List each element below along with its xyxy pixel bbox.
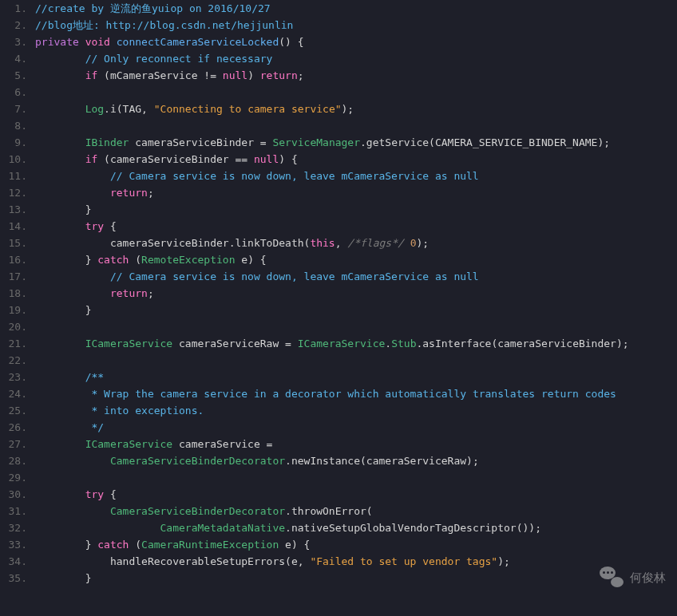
code-line: CameraServiceBinderDecorator.newInstance…	[35, 452, 677, 469]
code-line	[35, 117, 677, 134]
token: e) {	[235, 254, 266, 266]
token	[35, 287, 110, 299]
line-number: 24.	[0, 385, 27, 402]
line-number: 18.	[0, 285, 27, 302]
token: try	[85, 488, 104, 500]
line-number-gutter: 1.2.3.4.5.6.7.8.9.10.11.12.13.14.15.16.1…	[0, 0, 35, 616]
code-line: try {	[35, 218, 677, 235]
token: null	[223, 69, 247, 81]
token: cameraServiceRaw =	[172, 338, 298, 349]
token	[35, 438, 85, 450]
code-line: // Only reconnect if necessary	[35, 50, 677, 67]
token: CameraServiceBinderDecorator	[110, 455, 285, 467]
line-number: 22.	[0, 352, 27, 369]
watermark-text: 何俊林	[630, 569, 666, 586]
token: ICameraService	[85, 438, 173, 450]
code-line	[35, 469, 677, 486]
token: //blog地址: http://blog.csdn.net/hejjunlin	[35, 19, 293, 31]
token	[35, 522, 160, 534]
token: cameraServiceBinder.linkToDeath(	[35, 237, 310, 249]
token: ICameraService	[298, 338, 386, 349]
code-line	[35, 352, 677, 369]
token	[35, 153, 85, 165]
token	[35, 321, 42, 333]
token	[35, 136, 85, 148]
code-line: cameraServiceBinder.linkToDeath(this, /*…	[35, 235, 677, 251]
code-line: ICameraService cameraServiceRaw = ICamer…	[35, 335, 677, 352]
token: /*flags*/	[347, 237, 403, 249]
line-number: 11.	[0, 168, 27, 184]
token: ,	[335, 237, 348, 249]
code-line: }	[35, 201, 677, 218]
token	[35, 120, 42, 132]
line-number: 32.	[0, 519, 27, 536]
token	[35, 488, 85, 500]
token	[35, 69, 85, 81]
token	[35, 103, 85, 115]
line-number: 1.	[0, 0, 27, 17]
line-number: 29.	[0, 469, 27, 486]
line-number: 12.	[0, 184, 27, 201]
token: ;	[298, 69, 304, 81]
token: .asInterface(cameraServiceBinder);	[416, 338, 628, 349]
code-line: IBinder cameraServiceBinder = ServiceMan…	[35, 134, 677, 151]
token: RemoteException	[141, 254, 235, 266]
token: .i(TAG,	[104, 103, 154, 115]
line-number: 26.	[0, 419, 27, 436]
code-line: //blog地址: http://blog.csdn.net/hejjunlin	[35, 17, 677, 34]
token: .throwOnError(	[285, 505, 373, 517]
token: Stub	[391, 338, 416, 349]
token: );	[416, 237, 429, 249]
token: CameraMetadataNative	[160, 522, 286, 534]
code-line: ICameraService cameraService =	[35, 436, 677, 452]
line-number: 16.	[0, 251, 27, 268]
token: () {	[279, 36, 303, 48]
token: {	[104, 488, 117, 500]
token: Log	[85, 103, 104, 115]
token: connectCameraServiceLocked	[117, 36, 279, 48]
line-number: 27.	[0, 436, 27, 452]
code-line: * Wrap the camera service in a decorator…	[35, 385, 677, 402]
token: ;	[148, 287, 154, 299]
code-line	[35, 84, 677, 101]
code-line: return;	[35, 184, 677, 201]
line-number: 8.	[0, 117, 27, 134]
token: (	[129, 539, 141, 551]
token: * into exceptions.	[91, 405, 204, 417]
token: catch	[97, 539, 129, 551]
token: cameraServiceBinder =	[129, 136, 272, 148]
token: return	[260, 69, 298, 81]
token	[35, 86, 42, 98]
line-number: 4.	[0, 50, 27, 67]
token	[35, 371, 85, 383]
token: // Only reconnect if necessary	[85, 53, 273, 65]
code-line: if (cameraServiceBinder == null) {	[35, 151, 677, 168]
token	[79, 36, 85, 48]
code-line: */	[35, 419, 677, 436]
token: .	[385, 338, 391, 349]
token: // Camera service is now down, leave mCa…	[110, 170, 479, 182]
code-line: //create by 逆流的鱼yuiop on 2016/10/27	[35, 0, 677, 17]
token	[35, 220, 85, 232]
line-number: 9.	[0, 134, 27, 151]
token: IBinder	[85, 136, 129, 148]
token: }	[35, 203, 91, 215]
token: // Camera service is now down, leave mCa…	[110, 270, 479, 282]
code-line: CameraServiceBinderDecorator.throwOnErro…	[35, 503, 677, 519]
token: e) {	[279, 539, 310, 551]
code-line: // Camera service is now down, leave mCa…	[35, 168, 677, 184]
token: .nativeSetupGlobalVendorTagDescriptor())…	[285, 522, 541, 534]
line-number: 10.	[0, 151, 27, 168]
token	[35, 270, 110, 282]
token: }	[35, 304, 91, 316]
code-line: } catch (RemoteException e) {	[35, 251, 677, 268]
line-number: 21.	[0, 335, 27, 352]
token	[35, 505, 110, 517]
code-editor: 1.2.3.4.5.6.7.8.9.10.11.12.13.14.15.16.1…	[0, 0, 677, 616]
token	[35, 354, 42, 366]
line-number: 3.	[0, 34, 27, 50]
token: return	[110, 287, 148, 299]
token	[110, 36, 117, 48]
code-line	[35, 318, 677, 335]
token: null	[254, 153, 279, 165]
